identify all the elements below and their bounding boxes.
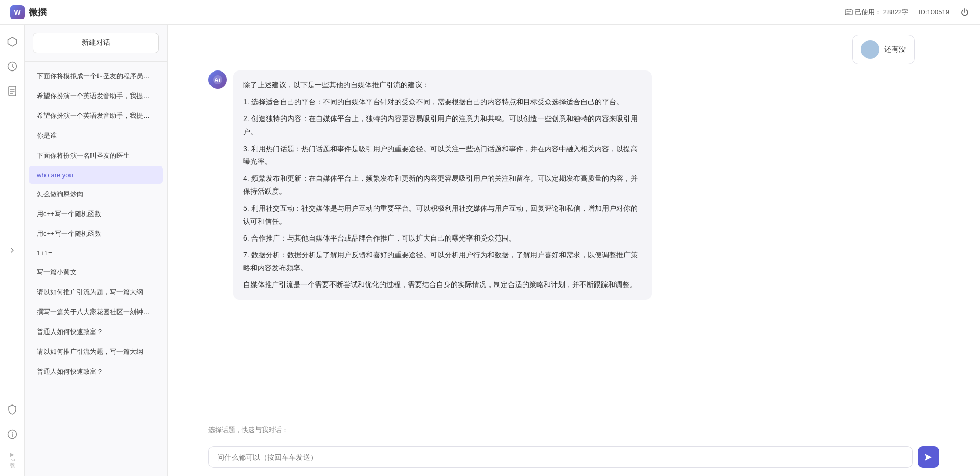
chat-messages: 还有没 Ai 除了上述建议，以下是一些其他的自媒体推广引流的建议：1. 选择适合… [168, 25, 980, 420]
ai-message-bubble: 除了上述建议，以下是一些其他的自媒体推广引流的建议：1. 选择适合自己的平台：不… [233, 70, 652, 300]
svg-point-5 [868, 46, 872, 50]
sidebar-item-home[interactable] [3, 33, 21, 51]
logo: W 微撰 [10, 5, 47, 19]
conv-list-item[interactable]: 下面你将扮演一名叫圣友的医生 [29, 146, 163, 165]
user-avatar-icon [865, 44, 875, 55]
usage-label: 已使用： [855, 8, 881, 17]
input-area [168, 440, 980, 476]
chat-area: 还有没 Ai 除了上述建议，以下是一些其他的自媒体推广引流的建议：1. 选择适合… [168, 25, 980, 476]
bottom-text: ▶ 下载2... [9, 451, 16, 466]
logo-icon: W [10, 5, 25, 19]
ai-logo-icon: Ai [212, 74, 223, 85]
chat-input[interactable] [208, 446, 913, 468]
usage-value: 28822字 [883, 8, 908, 17]
conv-list-item[interactable]: who are you [29, 166, 163, 184]
hexagon-icon [7, 36, 18, 47]
new-conversation-button[interactable]: 新建对话 [33, 33, 159, 53]
main-layout: ▶ 下载2... 新建对话 下面你将模拟成一个叫圣友的程序员，我说...希望你扮… [0, 25, 980, 476]
document-icon [7, 85, 18, 97]
svg-rect-0 [845, 10, 852, 15]
user-message-bubble: 还有没 [852, 35, 915, 64]
conv-list-item[interactable]: 用c++写一个随机函数 [29, 204, 163, 224]
svg-rect-2 [9, 86, 16, 96]
sidebar-item-docs[interactable] [3, 82, 21, 100]
info-icon [7, 429, 18, 440]
arrow-right-icon [8, 246, 16, 254]
sidebar-item-shield[interactable] [3, 400, 21, 419]
conv-list-item[interactable]: 普通人如何快速致富？ [29, 362, 163, 382]
user-message-text: 还有没 [884, 45, 906, 54]
usage-icon [845, 8, 853, 16]
suggestions-label: 选择话题，快速与我对话： [208, 426, 288, 434]
conv-list-item[interactable]: 下面你将模拟成一个叫圣友的程序员，我说... [29, 66, 163, 86]
conv-list-item[interactable]: 1+1= [29, 244, 163, 262]
user-id: ID:100519 [919, 8, 949, 16]
sidebar-item-info[interactable] [3, 425, 21, 443]
svg-text:Ai: Ai [214, 77, 220, 84]
suggestions-bar: 选择话题，快速与我对话： [168, 420, 980, 440]
power-icon[interactable] [960, 7, 970, 17]
conv-sidebar: 新建对话 下面你将模拟成一个叫圣友的程序员，我说...希望你扮演一个英语发音助手… [25, 25, 168, 476]
user-message-row: 还有没 [208, 35, 939, 64]
logo-text: 微撰 [29, 6, 47, 18]
icon-sidebar: ▶ 下载2... [0, 25, 25, 476]
clock-icon [7, 61, 18, 72]
topbar: W 微撰 已使用： 28822字 ID:100519 [0, 0, 980, 25]
send-icon [924, 453, 933, 462]
conv-list-item[interactable]: 请以如何推广引流为题，写一篇大纲 [29, 282, 163, 302]
sidebar-item-history[interactable] [3, 57, 21, 76]
svg-point-4 [12, 432, 13, 433]
conv-list-item[interactable]: 用c++写一个随机函数 [29, 224, 163, 244]
usage-info: 已使用： 28822字 [845, 8, 908, 17]
send-button[interactable] [918, 446, 939, 468]
conv-list-item[interactable]: 怎么做狗屎炒肉 [29, 184, 163, 204]
conv-sidebar-header: 新建对话 [25, 25, 167, 62]
conv-list-item[interactable]: 普通人如何快速致富？ [29, 322, 163, 342]
conv-list-item[interactable]: 希望你扮演一个英语发音助手，我提供给你... [29, 106, 163, 126]
topbar-right: 已使用： 28822字 ID:100519 [845, 7, 970, 17]
conv-list-item[interactable]: 撰写一篇关于八大家花园社区一刻钟便民生... [29, 302, 163, 322]
conv-list-item[interactable]: 请以如何推广引流为题，写一篇大纲 [29, 342, 163, 362]
user-avatar [861, 40, 879, 59]
conv-list-item[interactable]: 你是谁 [29, 126, 163, 146]
conv-list-item[interactable]: 希望你扮演一个英语发音助手，我提供给你... [29, 86, 163, 106]
sidebar-item-bottom-text[interactable]: ▶ 下载2... [9, 449, 16, 468]
conv-list: 下面你将模拟成一个叫圣友的程序员，我说...希望你扮演一个英语发音助手，我提供给… [25, 62, 167, 476]
conv-list-item[interactable]: 写一篇小黄文 [29, 263, 163, 282]
ai-message-row: Ai 除了上述建议，以下是一些其他的自媒体推广引流的建议：1. 选择适合自己的平… [208, 70, 939, 300]
collapse-toggle[interactable] [3, 241, 21, 259]
ai-avatar: Ai [208, 70, 227, 89]
shield-icon [7, 404, 18, 415]
